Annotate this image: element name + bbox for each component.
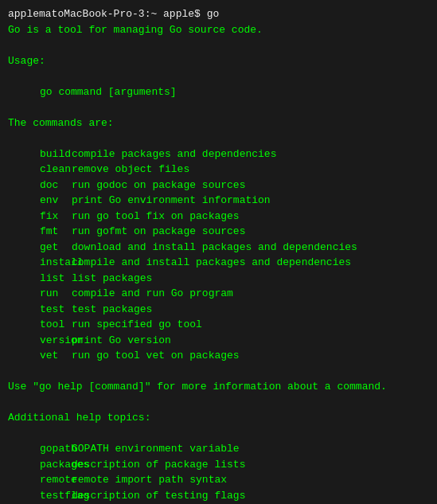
list-item: runcompile and run Go program: [8, 286, 429, 302]
command-desc: run gofmt on package sources: [72, 224, 245, 240]
topic-desc: remote import path syntax: [72, 472, 227, 488]
command-desc: compile packages and dependencies: [72, 147, 276, 162]
topic-name: testflag: [8, 488, 72, 504]
topic-desc: description of testing flags: [72, 488, 245, 504]
intro-line: Go is a tool for managing Go source code…: [8, 22, 429, 38]
command-name: env: [8, 193, 72, 209]
command-desc: print Go environment information: [72, 193, 271, 209]
list-item: toolrun specified go tool: [8, 317, 429, 333]
blank-3: [8, 100, 429, 115]
usage-command: go command [arguments]: [8, 84, 429, 100]
blank-2: [8, 68, 429, 84]
terminal: applematoMacBook-Pro-3:~ apple$ go Go is…: [8, 6, 429, 504]
command-name: fix: [8, 209, 72, 225]
list-item: fmtrun gofmt on package sources: [8, 224, 429, 240]
list-item: installcompile and install packages and …: [8, 255, 429, 271]
list-item: docrun godoc on package sources: [8, 178, 429, 193]
commands-header: The commands are:: [8, 115, 429, 131]
list-item: fixrun go tool fix on packages: [8, 209, 429, 225]
command-name: vet: [8, 348, 72, 364]
command-desc: run go tool fix on packages: [72, 209, 240, 225]
command-desc: remove object files: [72, 162, 189, 178]
topic-desc: description of package lists: [72, 457, 245, 473]
command-desc: compile and run Go program: [72, 286, 233, 302]
blank-4: [8, 131, 429, 147]
command-desc: run go tool vet on packages: [72, 348, 240, 364]
blank-1: [8, 37, 429, 53]
blank-7: [8, 426, 429, 442]
command-name: doc: [8, 178, 72, 193]
help-command-line: Use "go help [command]" for more informa…: [8, 379, 429, 395]
command-desc: run specified go tool: [72, 317, 202, 333]
list-item: packagesdescription of package lists: [8, 457, 429, 473]
command-name: get: [8, 240, 72, 256]
command-desc: download and install packages and depend…: [72, 240, 357, 256]
command-name: version: [8, 333, 72, 349]
command-name: run: [8, 286, 72, 302]
command-name: list: [8, 271, 72, 287]
prompt-line-1: applematoMacBook-Pro-3:~ apple$ go: [8, 6, 429, 22]
topic-desc: GOPATH environment variable: [72, 441, 240, 457]
topic-name: packages: [8, 457, 72, 473]
command-desc: list packages: [72, 271, 152, 287]
command-name: tool: [8, 317, 72, 333]
list-item: cleanremove object files: [8, 162, 429, 178]
list-item: testtest packages: [8, 302, 429, 318]
topics-list: gopathGOPATH environment variablepackage…: [8, 441, 429, 504]
command-desc: compile and install packages and depende…: [72, 255, 351, 271]
additional-header: Additional help topics:: [8, 410, 429, 426]
command-desc: print Go version: [72, 333, 171, 349]
usage-label: Usage:: [8, 53, 429, 69]
topic-name: remote: [8, 472, 72, 488]
list-item: listlist packages: [8, 271, 429, 287]
commands-list: buildcompile packages and dependenciescl…: [8, 147, 429, 364]
list-item: testflagdescription of testing flags: [8, 488, 429, 504]
command-name: fmt: [8, 224, 72, 240]
blank-6: [8, 395, 429, 411]
command-desc: test packages: [72, 302, 152, 318]
command-name: install: [8, 255, 72, 271]
list-item: vetrun go tool vet on packages: [8, 348, 429, 364]
command-desc: run godoc on package sources: [72, 178, 245, 193]
list-item: remoteremote import path syntax: [8, 472, 429, 488]
blank-5: [8, 364, 429, 380]
list-item: getdownload and install packages and dep…: [8, 240, 429, 256]
command-name: test: [8, 302, 72, 318]
list-item: versionprint Go version: [8, 333, 429, 349]
list-item: gopathGOPATH environment variable: [8, 441, 429, 457]
list-item: buildcompile packages and dependencies: [8, 147, 429, 162]
topic-name: gopath: [8, 441, 72, 457]
command-name: build: [8, 147, 72, 162]
list-item: envprint Go environment information: [8, 193, 429, 209]
command-name: clean: [8, 162, 72, 178]
